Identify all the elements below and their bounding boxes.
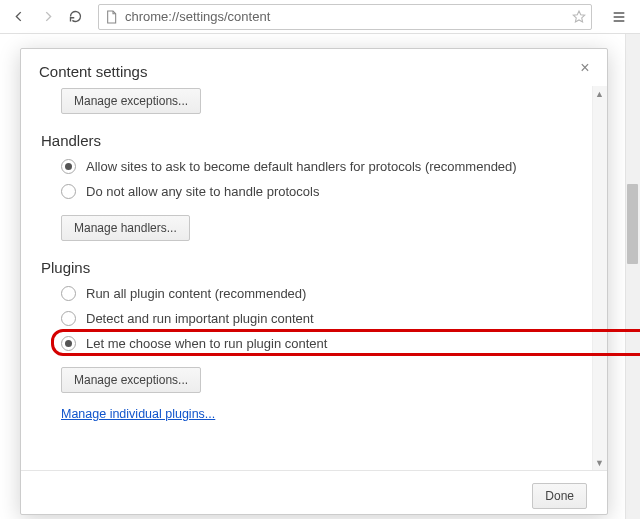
dialog-scroll-up-icon[interactable]: ▲ [592, 86, 607, 101]
radio-label: Do not allow any site to handle protocol… [86, 184, 319, 199]
handlers-section-header: Handlers [41, 132, 575, 149]
handlers-option-allow[interactable]: Allow sites to ask to become default han… [61, 159, 575, 174]
url-text: chrome://settings/content [125, 9, 571, 24]
dialog-scrollbar-track[interactable]: ▲ ▼ [592, 86, 607, 470]
manage-handlers-button[interactable]: Manage handlers... [61, 215, 190, 241]
handlers-option-block[interactable]: Do not allow any site to handle protocol… [61, 184, 575, 199]
dialog-scroll-down-icon[interactable]: ▼ [592, 455, 607, 470]
plugins-manage-exceptions-button[interactable]: Manage exceptions... [61, 367, 201, 393]
radio-label: Allow sites to ask to become default han… [86, 159, 517, 174]
done-button[interactable]: Done [532, 483, 587, 509]
dialog-footer: Done [21, 470, 607, 514]
forward-button[interactable] [34, 4, 60, 30]
radio-icon [61, 159, 76, 174]
radio-icon [61, 286, 76, 301]
page-scrollbar-thumb[interactable] [627, 184, 638, 264]
address-bar[interactable]: chrome://settings/content [98, 4, 592, 30]
manage-individual-plugins-link[interactable]: Manage individual plugins... [61, 407, 215, 421]
reload-button[interactable] [62, 4, 88, 30]
page-scrollbar-track[interactable] [625, 34, 640, 519]
radio-icon [61, 184, 76, 199]
plugins-section-header: Plugins [41, 259, 575, 276]
dialog-body: Manage exceptions... Handlers Allow site… [21, 86, 607, 470]
manage-exceptions-top-button[interactable]: Manage exceptions... [61, 88, 201, 114]
plugins-option-detect[interactable]: Detect and run important plugin content [61, 311, 575, 326]
bookmark-star-icon[interactable] [571, 9, 587, 25]
back-button[interactable] [6, 4, 32, 30]
browser-toolbar: chrome://settings/content [0, 0, 640, 34]
radio-label: Detect and run important plugin content [86, 311, 314, 326]
dialog-title: Content settings [21, 49, 607, 86]
dialog-close-button[interactable]: × [575, 59, 595, 79]
content-settings-dialog: Content settings × Manage exceptions... … [20, 48, 608, 515]
plugins-option-runall[interactable]: Run all plugin content (recommended) [61, 286, 575, 301]
annotation-highlight [51, 329, 640, 356]
page-icon [103, 9, 119, 25]
radio-label: Run all plugin content (recommended) [86, 286, 306, 301]
chrome-menu-button[interactable] [604, 4, 634, 30]
radio-icon [61, 311, 76, 326]
